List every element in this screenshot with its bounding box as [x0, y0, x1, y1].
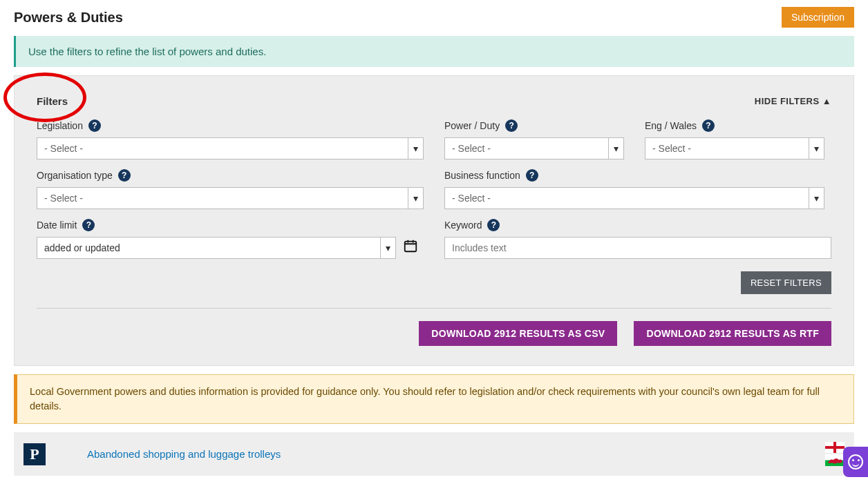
- hide-filters-button[interactable]: HIDE FILTERS ▲: [755, 96, 831, 106]
- help-icon[interactable]: ?: [487, 219, 500, 231]
- legislation-label: Legislation: [37, 120, 83, 131]
- chevron-down-icon[interactable]: ▾: [609, 137, 624, 159]
- legislation-value: - Select -: [37, 137, 408, 159]
- chevron-up-icon: ▲: [822, 96, 831, 106]
- chevron-down-icon[interactable]: ▾: [381, 237, 396, 259]
- reset-filters-button[interactable]: RESET FILTERS: [741, 271, 831, 294]
- england-flag-icon: [825, 442, 845, 453]
- help-icon[interactable]: ?: [505, 119, 518, 132]
- result-link[interactable]: Abandoned shopping and luggage trolleys: [87, 448, 281, 460]
- warning-banner: Local Government powers and duties infor…: [14, 374, 854, 424]
- eng-wales-label: Eng / Wales: [645, 120, 697, 131]
- result-row: P Abandoned shopping and luggage trolley…: [14, 432, 854, 476]
- bus-func-value: - Select -: [444, 187, 809, 209]
- calendar-icon[interactable]: [403, 238, 418, 258]
- chevron-down-icon[interactable]: ▾: [408, 137, 424, 159]
- help-icon[interactable]: ?: [702, 119, 715, 132]
- help-icon[interactable]: ?: [526, 169, 538, 182]
- smile-icon: [848, 454, 863, 470]
- wales-flag-icon: [825, 454, 845, 466]
- svg-rect-0: [405, 242, 417, 252]
- download-rtf-button[interactable]: DOWNLOAD 2912 RESULTS AS RTF: [634, 321, 831, 346]
- subscription-button[interactable]: Subscription: [782, 7, 854, 28]
- divider: [37, 308, 831, 309]
- org-type-select[interactable]: - Select - ▾: [37, 187, 424, 209]
- date-limit-select[interactable]: added or updated: [37, 237, 381, 259]
- power-duty-select[interactable]: - Select - ▾: [444, 137, 624, 159]
- power-duty-label: Power / Duty: [444, 120, 500, 131]
- chevron-down-icon[interactable]: ▾: [408, 187, 424, 209]
- help-icon[interactable]: ?: [118, 169, 131, 182]
- chevron-down-icon[interactable]: ▾: [809, 137, 824, 159]
- keyword-label: Keyword: [444, 220, 482, 231]
- info-banner: Use the filters to refine the list of po…: [14, 36, 854, 67]
- chevron-down-icon[interactable]: ▾: [809, 187, 824, 209]
- feedback-button[interactable]: [843, 447, 868, 477]
- date-limit-label: Date limit: [37, 220, 77, 231]
- legislation-select[interactable]: - Select - ▾: [37, 137, 424, 159]
- page-title: Powers & Duties: [14, 10, 123, 26]
- hide-filters-label: HIDE FILTERS: [755, 96, 820, 106]
- region-flags: [825, 442, 845, 466]
- filters-panel: Filters HIDE FILTERS ▲ Legislation ? - S…: [14, 75, 854, 366]
- eng-wales-select[interactable]: - Select - ▾: [645, 137, 824, 159]
- help-icon[interactable]: ?: [88, 119, 101, 132]
- power-badge: P: [23, 443, 46, 465]
- org-type-value: - Select -: [37, 187, 408, 209]
- org-type-label: Organisation type: [37, 170, 113, 181]
- power-duty-value: - Select -: [444, 137, 609, 159]
- bus-func-select[interactable]: - Select - ▾: [444, 187, 824, 209]
- keyword-input[interactable]: [444, 237, 831, 259]
- download-csv-button[interactable]: DOWNLOAD 2912 RESULTS AS CSV: [419, 321, 617, 346]
- filters-heading: Filters: [37, 95, 68, 107]
- bus-func-label: Business function: [444, 170, 520, 181]
- help-icon[interactable]: ?: [82, 219, 95, 231]
- eng-wales-value: - Select -: [645, 137, 809, 159]
